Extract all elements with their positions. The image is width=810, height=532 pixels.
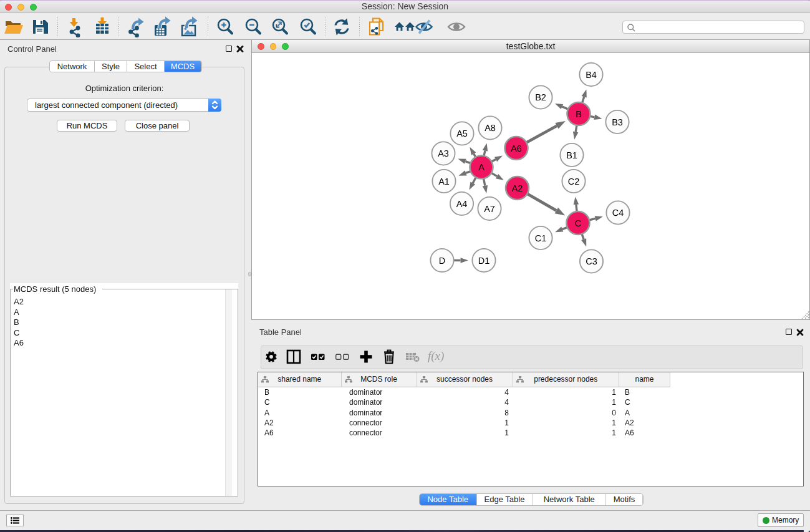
svg-text:D1: D1 — [478, 256, 490, 266]
svg-text:B3: B3 — [612, 118, 623, 128]
svg-text:A1: A1 — [438, 177, 450, 187]
svg-text:B1: B1 — [566, 151, 577, 161]
svg-text:A8: A8 — [485, 123, 496, 133]
svg-text:A2: A2 — [512, 184, 523, 194]
svg-text:B: B — [576, 110, 582, 120]
svg-text:A7: A7 — [484, 205, 495, 215]
svg-text:B2: B2 — [535, 93, 546, 103]
svg-text:B4: B4 — [586, 70, 597, 80]
svg-text:C3: C3 — [586, 257, 597, 267]
svg-text:C2: C2 — [568, 177, 580, 187]
svg-text:C: C — [575, 219, 581, 229]
svg-text:A3: A3 — [438, 149, 449, 159]
svg-text:A6: A6 — [511, 144, 522, 154]
svg-text:D: D — [439, 256, 445, 266]
svg-text:A: A — [478, 163, 485, 173]
svg-text:A5: A5 — [456, 129, 468, 139]
svg-text:A4: A4 — [456, 200, 468, 210]
svg-text:C4: C4 — [612, 208, 624, 218]
svg-text:C1: C1 — [535, 234, 547, 244]
